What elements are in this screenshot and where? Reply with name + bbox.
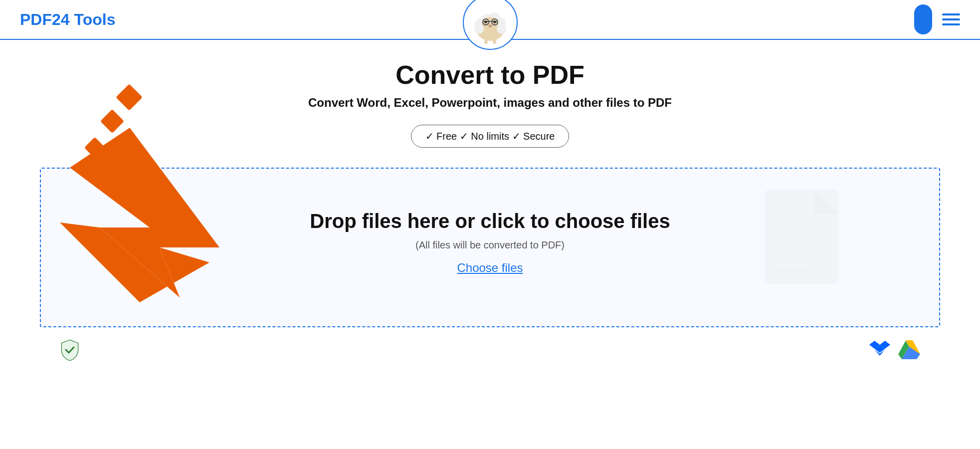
logo[interactable]: PDF24 Tools <box>20 10 115 29</box>
svg-rect-23 <box>775 249 829 253</box>
shield-svg <box>60 339 80 361</box>
page-subtitle: Convert Word, Excel, Powerpoint, images … <box>308 96 672 110</box>
page-title: Convert to PDF <box>395 60 584 90</box>
svg-point-6 <box>474 24 484 34</box>
google-drive-icon[interactable] <box>898 339 920 361</box>
svg-rect-18 <box>84 137 105 158</box>
dropbox-svg <box>869 340 890 359</box>
mascot-svg <box>468 0 513 45</box>
shield-icon <box>60 339 80 361</box>
features-badge: ✓ Free ✓ No limits ✓ Secure <box>411 125 570 148</box>
header: PDF24 Tools <box>0 0 980 40</box>
doc-icon-svg <box>760 184 859 309</box>
svg-point-11 <box>484 21 487 23</box>
drop-zone[interactable]: Drop files here or click to choose files… <box>40 168 940 327</box>
svg-rect-25 <box>775 269 809 273</box>
svg-point-13 <box>488 24 492 27</box>
svg-point-5 <box>497 24 507 34</box>
dropbox-icon[interactable] <box>869 340 890 361</box>
user-icon[interactable] <box>914 4 932 34</box>
doc-bg-icon <box>760 184 859 311</box>
drop-zone-sub-text: (All files will be converted to PDF) <box>415 239 565 251</box>
svg-rect-16 <box>116 84 143 111</box>
gdrive-svg <box>898 339 920 359</box>
cloud-icons <box>869 339 920 361</box>
header-right <box>914 4 960 34</box>
svg-point-12 <box>493 21 496 23</box>
bottom-bar <box>40 332 940 368</box>
choose-files-button[interactable]: Choose files <box>457 261 523 275</box>
drop-zone-wrapper: Drop files here or click to choose files… <box>40 168 940 327</box>
main-content: Convert to PDF Convert Word, Excel, Powe… <box>0 40 980 388</box>
hamburger-icon[interactable] <box>942 13 960 25</box>
svg-rect-24 <box>775 259 819 263</box>
svg-rect-17 <box>100 109 124 133</box>
drop-zone-main-text: Drop files here or click to choose files <box>310 210 670 232</box>
